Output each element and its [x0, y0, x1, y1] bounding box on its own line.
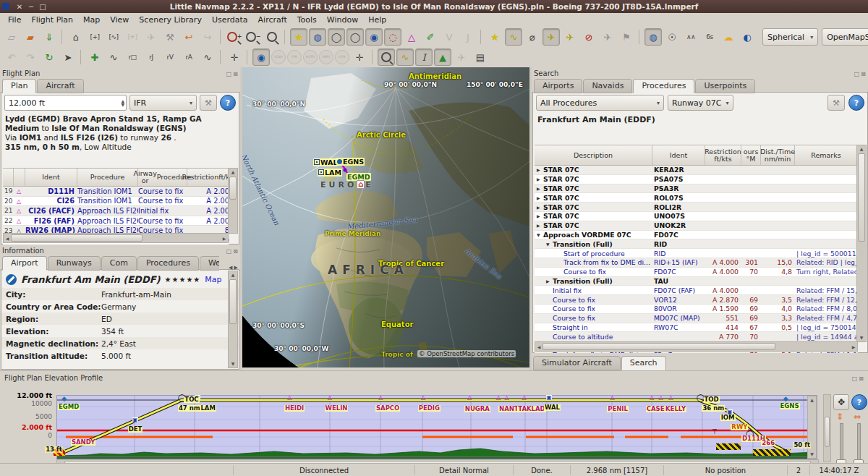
- close-window-icon[interactable]: ✕: [14, 3, 25, 11]
- separator[interactable]: [80, 50, 82, 64]
- separator[interactable]: [284, 30, 286, 44]
- toggle-aircraft-icon[interactable]: ✈: [542, 28, 560, 46]
- tree-expand-icon[interactable]: ▶: [537, 213, 543, 218]
- flight-plan-vscrollbar[interactable]: ▲: [228, 168, 238, 234]
- toggle-victor-airways-icon[interactable]: V: [441, 28, 458, 46]
- map-home-icon[interactable]: ⌂: [67, 28, 85, 46]
- tab-procedures[interactable]: Procedures: [137, 256, 199, 271]
- toggle-compass-rose-icon[interactable]: ⊘: [580, 28, 597, 46]
- select-position-icon[interactable]: ➤: [59, 48, 77, 66]
- toggle-highlight-icon[interactable]: ★: [486, 28, 503, 46]
- airspace-fir-icon[interactable]: FIR: [287, 50, 302, 64]
- adjust-altitude-button[interactable]: ⚒: [200, 95, 217, 111]
- map-forward-icon[interactable]: ↪: [199, 28, 216, 46]
- projection-select[interactable]: Spherical ▾: [762, 28, 818, 46]
- separator[interactable]: [247, 50, 249, 64]
- tree-expand-icon[interactable]: ▶: [537, 186, 543, 191]
- flight-plan-row[interactable]: 20 △ CI26 Transition IOM1 Course to fix …: [3, 197, 229, 207]
- procedure-row[interactable]: ▶STAR 07C ROLI2R: [535, 203, 858, 212]
- information-vscrollbar[interactable]: ▲ ▼: [228, 271, 238, 368]
- show-aircraft-icon[interactable]: ✈: [453, 48, 470, 66]
- close-panel-icon[interactable]: ⊠: [859, 375, 864, 382]
- procedure-row[interactable]: ▶Transition (Full) TAU: [535, 277, 858, 286]
- procedure-row[interactable]: Course to fix VOR12 A 2.870 69 3,5 Relat…: [535, 295, 858, 305]
- toggle-waypoints-icon[interactable]: ◯: [346, 28, 364, 46]
- toggle-procedures-icon[interactable]: ✐: [422, 28, 439, 46]
- separator[interactable]: [480, 30, 482, 44]
- map-link[interactable]: Map: [205, 275, 221, 284]
- procedure-row[interactable]: ▶STAR 07C KERA2R: [535, 166, 858, 175]
- toggle-route-icon[interactable]: ∿: [505, 28, 522, 46]
- connect-aircraft-icon[interactable]: ✈: [142, 28, 160, 46]
- tree-expand-icon[interactable]: ▶: [537, 205, 543, 210]
- adjust-altitude-icon[interactable]: ✛: [226, 48, 243, 66]
- airspace-icao-icon[interactable]: ICAO: [271, 50, 286, 64]
- tab-simulator-aircraft[interactable]: Simulator Aircraft: [533, 356, 621, 370]
- tree-expand-icon[interactable]: ▶: [537, 223, 543, 228]
- toggle-airports-icon[interactable]: ★: [290, 28, 307, 46]
- procedure-row[interactable]: Course to fix 80VOR A 1.590 69 4,0 Relat…: [535, 305, 858, 314]
- tree-expand-icon[interactable]: ▶: [537, 177, 543, 182]
- float-panel-icon[interactable]: □: [226, 248, 232, 255]
- toggle-ils-icon[interactable]: ◉: [365, 28, 383, 46]
- separator[interactable]: [639, 30, 641, 44]
- runway-filter-select[interactable]: Runway 07C ▾: [668, 95, 733, 111]
- menu-item[interactable]: Scenery Library: [134, 14, 207, 26]
- zoom-world-icon[interactable]: [263, 28, 281, 46]
- flight-plan-hscrollbar[interactable]: ◀▶: [3, 233, 229, 243]
- procedure-row[interactable]: Start of procedure RID | leg_id = 500011…: [535, 249, 858, 258]
- airspace-altitude-icon[interactable]: ✛: [351, 48, 368, 66]
- cruise-altitude-input[interactable]: 12.000 ft ▲▼: [4, 95, 127, 111]
- zoom-out-icon[interactable]: −: [244, 28, 262, 46]
- toggle-userpoints-icon[interactable]: △: [403, 28, 420, 46]
- center-flightplan-icon[interactable]: [+]: [86, 28, 103, 46]
- map-style-select[interactable]: OpenMapSurfer ▾: [822, 28, 868, 46]
- procedures-vscrollbar[interactable]: ▲ ▼: [856, 145, 867, 342]
- tab-airport[interactable]: Airport: [2, 256, 47, 271]
- procedure-row[interactable]: ▼Approach VORDME 07C FD07C: [535, 231, 858, 240]
- menu-item[interactable]: Map: [78, 14, 105, 26]
- procedures-hscrollbar[interactable]: ◀▶: [535, 341, 858, 352]
- tree-expand-icon[interactable]: ▶: [546, 279, 553, 284]
- procedure-row[interactable]: Initial fix FD07C (FAF) A 4.000 Related:…: [535, 286, 858, 295]
- procedure-row[interactable]: ▶STAR 07C PSA07S: [535, 175, 858, 184]
- procedure-row[interactable]: ▶STAR 07C UNO07S: [535, 212, 858, 221]
- tab-scroll-icons[interactable]: ◀ ▶: [229, 265, 240, 271]
- procedure-row[interactable]: Course to altitude A 770 70 | leg_id = 1…: [535, 332, 858, 341]
- close-panel-icon[interactable]: ⊠: [233, 248, 238, 255]
- toggle-measure-icon[interactable]: ⌀: [524, 28, 541, 46]
- maximize-window-icon[interactable]: □: [37, 3, 48, 11]
- procedure-row[interactable]: Track from fix to DME di... RID+15 (IAF)…: [535, 258, 858, 268]
- procedure-row[interactable]: ▶STAR 07C ROL07S: [535, 193, 858, 203]
- tab-procedures-search[interactable]: Procedures: [633, 79, 694, 93]
- redo-icon[interactable]: ↷: [22, 48, 39, 66]
- menu-item[interactable]: View: [105, 14, 134, 26]
- toggle-ai-aircraft-icon[interactable]: ✈: [599, 28, 616, 46]
- procedure-row[interactable]: Course to fix MD07C (MAP) 551 69 3,3 Rel…: [535, 314, 858, 323]
- airspace-restricted-icon[interactable]: RSTR: [303, 50, 318, 64]
- toggle-jet-airways-icon[interactable]: J: [459, 28, 477, 46]
- refresh-icon[interactable]: ↻: [41, 48, 58, 66]
- zoom-flightplan-icon[interactable]: +: [226, 28, 243, 46]
- procedure-row[interactable]: Course to fix FD07C A 4.000 70 4,8 Turn …: [535, 268, 858, 277]
- toggle-spatial-icon[interactable]: 6s: [701, 28, 718, 46]
- menu-item[interactable]: Flight Plan: [26, 14, 78, 26]
- separator[interactable]: [372, 50, 374, 64]
- help-button[interactable]: ?: [848, 95, 864, 111]
- open-flightplan-icon[interactable]: ▰: [22, 28, 39, 46]
- close-panel-icon[interactable]: ⊠: [233, 71, 238, 77]
- tree-expand-icon[interactable]: ▶: [537, 195, 543, 200]
- menu-item[interactable]: Userdata: [207, 14, 253, 26]
- toggle-globe-grid-icon[interactable]: ◍: [644, 28, 662, 46]
- new-flightplan-icon[interactable]: ▱: [3, 28, 20, 46]
- toggle-ai-ship-icon[interactable]: ⚑: [618, 28, 635, 46]
- altitude-spinner[interactable]: ▲▼: [121, 99, 124, 106]
- flight-plan-row[interactable]: 22 △ FI26 (FAF) Approach ILS FI26 Course…: [3, 216, 229, 226]
- show-legend-icon[interactable]: ▤: [472, 48, 489, 66]
- profile-dock-scrollbar[interactable]: [823, 394, 831, 462]
- help-button[interactable]: ?: [220, 95, 236, 111]
- procedure-filter-select[interactable]: All Procedures ▾: [536, 95, 664, 111]
- tab-navaids-search[interactable]: Navaids: [583, 79, 632, 93]
- map-back-icon[interactable]: ↩: [180, 28, 197, 46]
- procedure-row[interactable]: ▶STAR 07C PSA3R: [535, 184, 858, 194]
